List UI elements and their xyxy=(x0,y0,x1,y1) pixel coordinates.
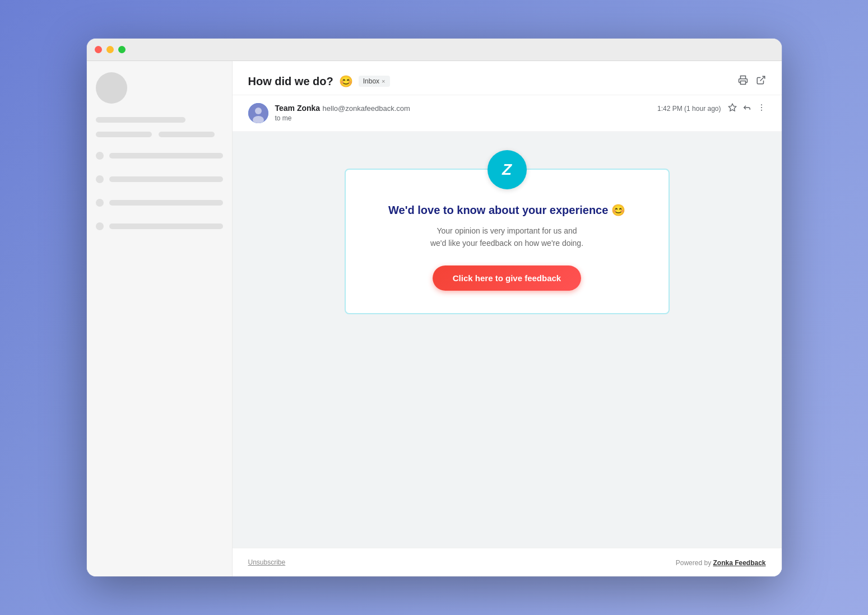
sender-left: Team Zonka hello@zonkafeedback.com to me xyxy=(248,103,410,123)
sidebar-item xyxy=(96,148,223,163)
sidebar-item xyxy=(96,195,223,210)
browser-content: How did we do? 😊 Inbox × xyxy=(87,61,782,576)
sender-name: Team Zonka xyxy=(275,104,321,113)
feedback-button[interactable]: Click here to give feedback xyxy=(433,265,581,291)
email-subject: How did we do? xyxy=(248,75,333,88)
zonka-logo: Z xyxy=(488,150,527,189)
zonka-logo-letter: Z xyxy=(502,161,512,179)
email-subject-emoji: 😊 xyxy=(339,74,353,88)
title-bar xyxy=(87,39,782,61)
svg-point-8 xyxy=(761,110,762,111)
sidebar-bar-3 xyxy=(159,132,215,137)
inbox-badge-close[interactable]: × xyxy=(382,78,385,85)
sidebar-line xyxy=(109,153,223,159)
email-actions xyxy=(728,103,766,114)
unsubscribe-link[interactable]: Unsubscribe xyxy=(248,558,286,566)
survey-description: Your opinion is very important for us an… xyxy=(430,225,583,250)
sidebar-item xyxy=(96,219,223,234)
sender-name-row: Team Zonka hello@zonkafeedback.com xyxy=(275,103,410,113)
sidebar-dot xyxy=(96,175,104,183)
sender-avatar xyxy=(248,103,268,123)
email-subject-row: How did we do? 😊 Inbox × xyxy=(248,74,390,88)
sidebar-item xyxy=(96,172,223,187)
svg-point-7 xyxy=(761,107,762,108)
more-icon[interactable] xyxy=(757,103,766,114)
maximize-button[interactable] xyxy=(118,46,126,53)
email-sender-row: Team Zonka hello@zonkafeedback.com to me… xyxy=(233,95,782,132)
email-content-wrapper: Z We'd love to know about your experienc… xyxy=(311,148,703,531)
star-icon[interactable] xyxy=(728,103,737,114)
powered-by: Powered by Zonka Feedback xyxy=(676,557,766,567)
email-body: Z We'd love to know about your experienc… xyxy=(233,132,782,548)
sender-avatar-icon xyxy=(248,103,268,123)
survey-title-text: We'd love to know about your experience xyxy=(388,204,608,216)
sender-email: hello@zonkafeedback.com xyxy=(323,104,410,113)
sidebar-bar-2 xyxy=(96,132,152,137)
svg-marker-5 xyxy=(728,104,736,111)
sidebar-line xyxy=(109,223,223,229)
sidebar-bars-group xyxy=(96,132,223,137)
inbox-badge: Inbox × xyxy=(359,76,390,87)
sidebar-line xyxy=(109,200,223,206)
sender-right: 1:42 PM (1 hour ago) xyxy=(657,103,765,114)
email-header-actions xyxy=(738,75,766,88)
powered-by-text: Powered by xyxy=(676,559,713,567)
sender-to: to me xyxy=(275,114,410,122)
survey-title-emoji: 😊 xyxy=(611,204,625,216)
inbox-badge-text: Inbox xyxy=(363,77,379,85)
powered-by-link[interactable]: Zonka Feedback xyxy=(713,559,765,567)
minimize-button[interactable] xyxy=(106,46,114,53)
email-main: How did we do? 😊 Inbox × xyxy=(233,61,782,576)
survey-card: Z We'd love to know about your experienc… xyxy=(345,169,670,314)
svg-line-1 xyxy=(760,76,764,81)
svg-rect-0 xyxy=(740,81,745,84)
survey-title: We'd love to know about your experience … xyxy=(388,203,625,217)
reply-icon[interactable] xyxy=(742,103,751,114)
sidebar-bar-1 xyxy=(96,117,185,123)
traffic-lights xyxy=(95,46,126,53)
browser-window: How did we do? 😊 Inbox × xyxy=(87,39,782,576)
svg-point-6 xyxy=(761,104,762,105)
close-button[interactable] xyxy=(95,46,102,53)
sidebar xyxy=(87,61,233,576)
sidebar-dot xyxy=(96,152,104,160)
survey-desc-line1: Your opinion is very important for us an… xyxy=(437,226,577,235)
open-external-icon[interactable] xyxy=(756,75,766,88)
email-timestamp: 1:42 PM (1 hour ago) xyxy=(657,105,721,113)
sender-info: Team Zonka hello@zonkafeedback.com to me xyxy=(275,103,410,122)
email-footer: Unsubscribe Powered by Zonka Feedback xyxy=(233,548,782,576)
sidebar-dot xyxy=(96,222,104,230)
sidebar-dot xyxy=(96,199,104,207)
survey-desc-line2: we'd like your feedback on how we're doi… xyxy=(430,239,583,248)
email-header: How did we do? 😊 Inbox × xyxy=(233,61,782,95)
svg-point-3 xyxy=(255,108,262,114)
sidebar-avatar xyxy=(96,72,127,104)
print-icon[interactable] xyxy=(738,75,748,88)
sidebar-line xyxy=(109,176,223,182)
